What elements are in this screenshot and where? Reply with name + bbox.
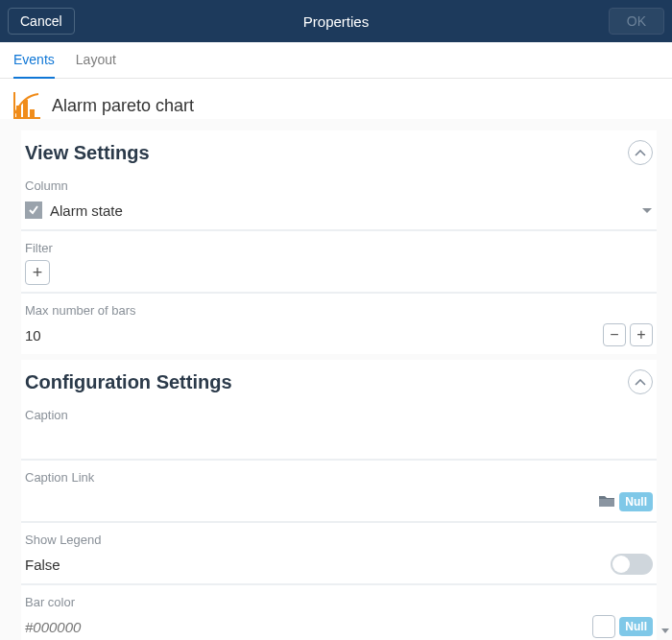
view-settings-heading: View Settings: [25, 142, 150, 164]
tab-layout[interactable]: Layout: [76, 52, 116, 78]
max-bars-increment-button[interactable]: +: [630, 323, 653, 346]
max-bars-stepper: − +: [603, 323, 653, 346]
page-dropdown-caret[interactable]: [660, 623, 670, 638]
caption-link-label: Caption Link: [25, 470, 653, 485]
bar-color-value: #000000: [25, 619, 81, 635]
show-legend-toggle[interactable]: [611, 554, 653, 575]
dialog-header: Cancel Properties OK: [0, 0, 672, 42]
object-header: Alarm pareto chart: [0, 79, 672, 119]
chevron-up-icon: [635, 374, 646, 390]
object-title: Alarm pareto chart: [52, 96, 194, 116]
tab-events[interactable]: Events: [13, 52, 55, 79]
column-value: Alarm state: [50, 202, 123, 219]
caption-field: Caption: [21, 398, 657, 461]
config-settings-heading: Configuration Settings: [25, 371, 232, 393]
chevron-up-icon: [635, 145, 646, 160]
bar-color-field: Bar color #000000 Null: [21, 585, 657, 640]
pareto-chart-icon: [13, 92, 42, 119]
column-label: Column: [25, 178, 653, 193]
tab-bar: Events Layout: [0, 42, 672, 79]
caption-input[interactable]: [25, 429, 653, 451]
show-legend-field: Show Legend False: [21, 523, 657, 585]
collapse-config-settings-button[interactable]: [628, 369, 653, 394]
caption-link-input[interactable]: [25, 491, 598, 513]
plus-icon: +: [33, 264, 43, 281]
column-field: Column Alarm state: [21, 169, 657, 231]
filter-label: Filter: [25, 241, 653, 255]
folder-icon[interactable]: [598, 493, 615, 511]
cancel-button[interactable]: Cancel: [8, 8, 75, 35]
max-bars-field: Max number of bars 10 − +: [21, 294, 657, 354]
max-bars-label: Max number of bars: [25, 303, 653, 318]
toggle-knob: [612, 556, 630, 573]
ok-button[interactable]: OK: [609, 8, 664, 35]
color-swatch-button[interactable]: [592, 615, 615, 638]
caption-label: Caption: [25, 408, 653, 422]
dialog-title: Properties: [0, 13, 672, 30]
bar-color-label: Bar color: [25, 595, 653, 609]
max-bars-value: 10: [25, 327, 41, 344]
show-legend-value: False: [25, 557, 60, 573]
column-check-icon: [25, 201, 42, 219]
collapse-view-settings-button[interactable]: [628, 140, 653, 165]
bar-color-null-button[interactable]: Null: [619, 617, 653, 636]
svg-rect-2: [30, 109, 35, 117]
column-dropdown[interactable]: Alarm state: [25, 197, 653, 224]
configuration-settings-panel: Configuration Settings Caption Caption L…: [21, 360, 657, 640]
svg-rect-1: [23, 100, 28, 117]
view-settings-panel: View Settings Column Alarm state: [21, 130, 657, 354]
null-button[interactable]: Null: [619, 492, 653, 511]
chevron-down-icon: [641, 202, 653, 218]
show-legend-label: Show Legend: [25, 533, 653, 547]
add-filter-button[interactable]: +: [25, 260, 50, 285]
caption-link-field: Caption Link Null: [21, 461, 657, 523]
panel-scroll-area[interactable]: View Settings Column Alarm state: [0, 119, 672, 640]
max-bars-decrement-button[interactable]: −: [603, 323, 626, 346]
filter-field: Filter +: [21, 231, 657, 294]
